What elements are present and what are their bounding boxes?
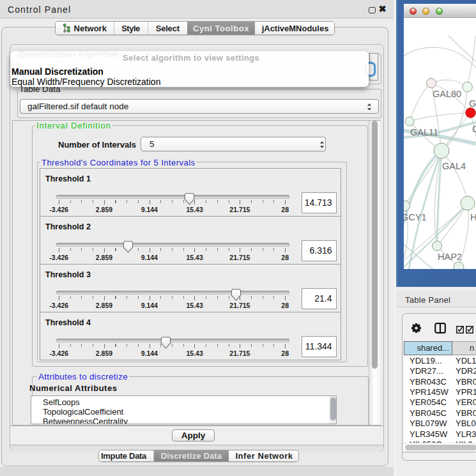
svg-text:GA: GA <box>469 98 476 109</box>
svg-text:C: C <box>472 124 476 134</box>
svg-text:GAL11: GAL11 <box>410 127 438 137</box>
svg-text:H: H <box>470 212 476 222</box>
svg-text:GAL80: GAL80 <box>433 89 461 99</box>
svg-text:GAL4: GAL4 <box>442 161 466 171</box>
svg-text:GCY1: GCY1 <box>404 212 427 222</box>
svg-text:HAP2: HAP2 <box>438 252 462 262</box>
